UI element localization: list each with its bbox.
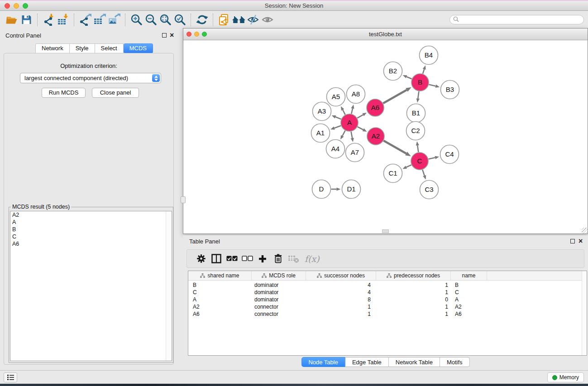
cell-successor-nodes[interactable]: 1 <box>306 303 376 310</box>
cell-MCDS-role[interactable]: connector <box>252 303 306 310</box>
network-graph[interactable]: B4B2BB3A8A5A6A3B1AC2A1A2A4A7C4CC1C3DD1 <box>183 40 588 234</box>
graph-edge-A-A2[interactable] <box>358 127 363 130</box>
graph-edge-A-A7[interactable] <box>351 132 353 138</box>
mcds-result-item[interactable]: A2 <box>10 211 172 219</box>
open-session-icon[interactable] <box>5 13 19 27</box>
show-columns-icon[interactable] <box>209 252 224 266</box>
cell-successor-nodes[interactable]: 1 <box>306 310 376 318</box>
cell-name[interactable]: A6 <box>451 310 487 318</box>
export-table-icon[interactable] <box>92 13 107 27</box>
cell-name[interactable]: B <box>451 281 487 289</box>
save-session-icon[interactable] <box>19 13 33 27</box>
run-mcds-button[interactable]: Run MCDS <box>42 88 86 98</box>
cell-shared-name[interactable]: A6 <box>188 310 252 318</box>
column-header-predecessor-nodes[interactable]: predecessor nodes <box>376 271 451 280</box>
task-history-button[interactable] <box>4 372 17 382</box>
zoom-in-icon[interactable] <box>129 13 143 27</box>
table-row[interactable]: Cdominator41C <box>188 289 587 296</box>
canvas-bottom-grip[interactable] <box>382 229 389 233</box>
cell-predecessor-nodes[interactable]: 1 <box>376 303 451 310</box>
table-row[interactable]: Bdominator41B <box>188 281 587 289</box>
export-network-icon[interactable] <box>78 13 92 27</box>
graph-edge-C-C2[interactable] <box>417 145 418 152</box>
criterion-dropdown[interactable]: largest connected component (directed) <box>20 73 161 83</box>
memory-button[interactable]: Memory <box>547 372 584 382</box>
cell-successor-nodes[interactable]: 4 <box>306 289 376 296</box>
graph-edge-C-C1[interactable] <box>406 165 411 167</box>
cell-predecessor-nodes[interactable]: 0 <box>376 296 451 303</box>
import-table-icon[interactable] <box>56 13 70 27</box>
mcds-result-item[interactable]: A6 <box>10 240 172 248</box>
tab-node-table[interactable]: Node Table <box>301 357 345 367</box>
graph-edge-B-B4[interactable] <box>423 69 424 74</box>
cell-MCDS-role[interactable]: connector <box>252 310 306 318</box>
mcds-result-list[interactable]: A2ABCA6 <box>10 211 172 361</box>
mcds-result-scrollbar[interactable] <box>166 211 172 361</box>
graph-edge-B-B3[interactable] <box>429 85 435 86</box>
cell-MCDS-role[interactable]: dominator <box>252 281 306 289</box>
control-panel-float-button[interactable] <box>162 33 167 38</box>
close-panel-button[interactable]: Close panel <box>92 88 139 98</box>
column-header-successor-nodes[interactable]: successor nodes <box>306 271 376 280</box>
column-header-MCDS-role[interactable]: MCDS role <box>252 271 306 280</box>
graph-edge-A-A3[interactable] <box>335 117 341 119</box>
select-all-columns-icon[interactable] <box>224 252 239 266</box>
export-image-icon[interactable] <box>107 13 121 27</box>
search-input[interactable] <box>461 16 583 24</box>
cell-shared-name[interactable]: A2 <box>188 303 252 310</box>
canvas-left-grip[interactable] <box>181 196 186 203</box>
tab-select[interactable]: Select <box>95 43 124 53</box>
cell-shared-name[interactable]: A <box>188 296 252 303</box>
cell-name[interactable]: C <box>451 289 487 296</box>
refresh-icon[interactable] <box>195 13 209 27</box>
tab-network[interactable]: Network <box>35 43 70 53</box>
zoom-selected-icon[interactable] <box>172 13 187 27</box>
mcds-result-item[interactable]: A <box>10 219 172 226</box>
cell-shared-name[interactable]: C <box>188 289 252 296</box>
cell-successor-nodes[interactable]: 4 <box>306 281 376 289</box>
cell-predecessor-nodes[interactable]: 1 <box>376 289 451 296</box>
tab-motifs[interactable]: Motifs <box>440 357 470 367</box>
cell-name[interactable]: A2 <box>451 303 487 310</box>
table-panel-float-button[interactable] <box>570 239 575 243</box>
table-row[interactable]: Adominator80A <box>188 296 587 303</box>
tab-style[interactable]: Style <box>70 43 95 53</box>
zoom-out-icon[interactable] <box>143 13 158 27</box>
search-box[interactable] <box>449 15 584 24</box>
tab-mcds[interactable]: MCDS <box>124 43 153 53</box>
cell-successor-nodes[interactable]: 8 <box>306 296 376 303</box>
table-panel-close-button[interactable]: × <box>578 238 583 244</box>
graph-edge-C-C4[interactable] <box>429 157 435 159</box>
table-row[interactable]: A2connector11A2 <box>188 303 587 310</box>
table-row[interactable]: A6connector11A6 <box>188 310 587 318</box>
import-network-icon[interactable] <box>41 13 56 27</box>
column-header-name[interactable]: name <box>451 271 487 280</box>
network-canvas[interactable]: B4B2BB3A8A5A6A3B1AC2A1A2A4A7C4CC1C3DD1 <box>183 40 588 234</box>
graph-edge-C-C3[interactable] <box>422 170 424 176</box>
unselect-all-columns-icon[interactable] <box>239 252 255 266</box>
cell-predecessor-nodes[interactable]: 1 <box>376 281 451 289</box>
control-panel-close-button[interactable]: × <box>170 33 174 38</box>
delete-columns-icon[interactable] <box>270 252 286 266</box>
tab-network-table[interactable]: Network Table <box>389 357 440 367</box>
cell-predecessor-nodes[interactable]: 1 <box>376 310 451 318</box>
new-network-from-selection-icon[interactable] <box>217 13 231 27</box>
create-column-icon[interactable] <box>255 252 270 266</box>
graph-edge-A-A6[interactable] <box>357 115 363 118</box>
tab-edge-table[interactable]: Edge Table <box>345 357 389 367</box>
zoom-fit-icon[interactable] <box>158 13 172 27</box>
graph-edge-A-A4[interactable] <box>342 131 345 136</box>
mcds-result-item[interactable]: B <box>10 226 172 233</box>
show-graphics-details-icon[interactable] <box>260 13 275 27</box>
table-settings-icon[interactable] <box>193 252 209 266</box>
graph-edge-A6-B[interactable] <box>383 90 406 103</box>
mcds-result-item[interactable]: C <box>10 233 172 240</box>
hide-graphics-details-icon[interactable] <box>246 13 260 27</box>
window-resize-grip[interactable] <box>582 228 588 234</box>
graph-edge-B-B1[interactable] <box>418 91 419 99</box>
cell-MCDS-role[interactable]: dominator <box>252 289 306 296</box>
cell-name[interactable]: A <box>451 296 487 303</box>
column-header-shared-name[interactable]: shared name <box>188 271 252 280</box>
cell-shared-name[interactable]: B <box>188 281 252 289</box>
show-hide-panels-icon[interactable] <box>231 13 246 27</box>
